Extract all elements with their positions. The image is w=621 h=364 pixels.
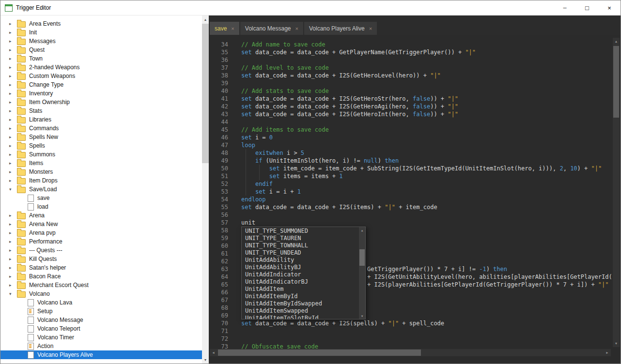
tree-item-stats[interactable]: ▸Stats <box>0 106 202 115</box>
expand-arrow-icon[interactable]: ▸ <box>9 135 17 139</box>
code-line[interactable]: 40// Add stats to save code <box>209 87 621 95</box>
tree-item-kill-quests[interactable]: ▸Kill Quests <box>0 255 202 263</box>
autocomplete-item-unit-type-tauren[interactable]: UNIT_TYPE_TAUREN <box>242 235 359 242</box>
expand-arrow-icon[interactable]: ▸ <box>9 143 17 148</box>
tree-item-commands[interactable]: ▸Commands <box>0 124 202 133</box>
expand-arrow-icon[interactable]: ▸ <box>9 257 17 261</box>
expand-arrow-icon[interactable]: ▸ <box>9 91 17 96</box>
tree-item-inventory[interactable]: ▸Inventory <box>0 89 202 98</box>
code-line[interactable]: 70set data_code = data_code + I2S(spells… <box>209 319 621 327</box>
expand-arrow-icon[interactable]: ▸ <box>9 152 17 157</box>
close-button[interactable]: × <box>598 0 621 15</box>
expand-arrow-icon[interactable]: ▸ <box>9 56 17 61</box>
tree-item-arena[interactable]: ▸Arena <box>0 211 202 220</box>
autocomplete-item-unitaddindicator[interactable]: UnitAddIndicator <box>242 271 359 278</box>
code-line[interactable]: 45// Add items to save code <box>209 126 621 134</box>
tab-close-icon[interactable]: × <box>295 26 298 31</box>
expand-arrow-icon[interactable]: ▸ <box>9 178 17 183</box>
tree-item-messages[interactable]: ▸Messages <box>0 37 202 46</box>
code-line[interactable]: 53 set i = i + 1 <box>209 188 621 196</box>
tree-item-change-type[interactable]: ▸Change Type <box>0 80 202 89</box>
code-line[interactable]: 50 set item_code = item_code + SubString… <box>209 165 621 172</box>
expand-arrow-icon[interactable]: ▸ <box>9 265 17 270</box>
tree-item-spells-new[interactable]: ▸Spells New <box>0 133 202 141</box>
autocomplete-item-unit-type-summoned[interactable]: UNIT_TYPE_SUMMONED <box>242 228 359 235</box>
tree-item-satan-s-helper[interactable]: ▸Satan's helper <box>0 263 202 272</box>
scroll-down-icon[interactable]: ▼ <box>359 313 365 319</box>
tree-item-arena-new[interactable]: ▸Arena New <box>0 220 202 228</box>
tree-item-setup[interactable]: Setup <box>0 307 202 316</box>
expand-arrow-icon[interactable]: ▸ <box>9 222 17 227</box>
expand-arrow-icon[interactable]: ▸ <box>9 82 17 87</box>
code-line[interactable]: 72 <box>209 335 621 343</box>
expand-arrow-icon[interactable]: ▸ <box>9 30 17 35</box>
collapse-arrow-icon[interactable]: ▾ <box>9 187 17 192</box>
expand-arrow-icon[interactable]: ▸ <box>9 161 17 166</box>
tree-item-bacon-race[interactable]: ▸Bacon Race <box>0 272 202 281</box>
tree-item-summons[interactable]: ▸Summons <box>0 150 202 159</box>
autocomplete-item-unitadditemswapped[interactable]: UnitAddItemSwapped <box>242 307 359 315</box>
code-line[interactable]: 54endloop <box>209 196 621 203</box>
editor-vertical-scrollbar[interactable]: ▲ ▼ <box>613 38 620 347</box>
autocomplete-item-unit-type-townhall[interactable]: UNIT_TYPE_TOWNHALL <box>242 242 359 249</box>
expand-arrow-icon[interactable]: ▸ <box>9 100 17 105</box>
autocomplete-scrollbar-thumb[interactable] <box>359 249 365 266</box>
code-line[interactable]: 35set data_code = data_code + GetPlayerN… <box>209 48 621 56</box>
maximize-button[interactable]: □ <box>576 0 598 15</box>
code-line[interactable]: 44 <box>209 118 621 126</box>
autocomplete-item-unitadditemtoslotbyid[interactable]: UnitAddItemToSlotById <box>242 315 359 319</box>
collapse-arrow-icon[interactable]: ▾ <box>9 291 17 296</box>
tab-save[interactable]: save× <box>210 22 239 35</box>
code-line[interactable]: 51 set items = items + 1 <box>209 172 621 180</box>
tree-item-town[interactable]: ▸Town <box>0 54 202 63</box>
expand-arrow-icon[interactable]: ▸ <box>9 248 17 253</box>
tree-item-items[interactable]: ▸Items <box>0 159 202 167</box>
scroll-up-icon[interactable]: ▲ <box>613 38 620 45</box>
minimize-button[interactable]: ─ <box>554 0 576 15</box>
code-line[interactable]: 43set data_code = data_code + I2S(GetHer… <box>209 110 621 118</box>
expand-arrow-icon[interactable]: ▸ <box>9 65 17 70</box>
tree-item-item-drops[interactable]: ▸Item Drops <box>0 176 202 185</box>
tree-item-volcano-message[interactable]: Volcano Message <box>0 316 202 324</box>
tree-item-action[interactable]: Action <box>0 342 202 350</box>
autocomplete-item-unitaddabilitybj[interactable]: UnitAddAbilityBJ <box>242 264 359 271</box>
sidebar-scrollbar-thumb[interactable] <box>202 24 209 163</box>
tree-item-performance[interactable]: ▸Performance <box>0 237 202 246</box>
tree-item-merchant-escort-quest[interactable]: ▸Merchant Escort Quest <box>0 281 202 289</box>
tree-item-load[interactable]: load <box>0 202 202 211</box>
code-line[interactable]: 36 <box>209 56 621 64</box>
tree-item-volcano-players-alive[interactable]: Volcano Players Alive <box>0 350 202 359</box>
expand-arrow-icon[interactable]: ▸ <box>9 126 17 131</box>
scroll-right-icon[interactable]: ► <box>604 349 611 356</box>
code-line[interactable]: 38set data_code = data_code + I2S(GetHer… <box>209 72 621 79</box>
tree-item-item-ownership[interactable]: ▸Item Ownership <box>0 98 202 106</box>
code-editor[interactable]: 34// Add name to save code35set data_cod… <box>209 35 621 364</box>
code-line[interactable]: 34// Add name to save code <box>209 41 621 48</box>
scroll-down-icon[interactable]: ▼ <box>613 340 620 347</box>
autocomplete-scrollbar[interactable]: ▲ ▼ <box>359 227 365 319</box>
code-line[interactable]: 57unit <box>209 219 621 227</box>
tree-item-volcano[interactable]: ▾Volcano <box>0 289 202 298</box>
code-line[interactable]: 56 <box>209 211 621 219</box>
scroll-left-icon[interactable]: ◄ <box>210 349 217 356</box>
expand-arrow-icon[interactable]: ▸ <box>9 213 17 218</box>
scroll-up-icon[interactable]: ▲ <box>202 15 209 23</box>
expand-arrow-icon[interactable]: ▸ <box>9 108 17 113</box>
expand-arrow-icon[interactable]: ▸ <box>9 39 17 44</box>
tree-item-spells[interactable]: ▸Spells <box>0 141 202 150</box>
editor-vscroll-thumb[interactable] <box>613 46 619 118</box>
editor-hscroll-thumb[interactable] <box>218 349 421 356</box>
tree-item-quest[interactable]: ▸Quest <box>0 46 202 54</box>
autocomplete-item-unitadditem[interactable]: UnitAddItem <box>242 286 359 293</box>
expand-arrow-icon[interactable]: ▸ <box>9 47 17 52</box>
expand-arrow-icon[interactable]: ▸ <box>9 74 17 78</box>
tree-item-2-handed-weapons[interactable]: ▸2-handed Weapons <box>0 63 202 72</box>
code-line[interactable]: 37// Add level to save code <box>209 64 621 72</box>
tab-close-icon[interactable]: × <box>369 26 372 31</box>
tree-item-volcano-timer[interactable]: Volcano Timer <box>0 333 202 342</box>
expand-arrow-icon[interactable]: ▸ <box>9 117 17 122</box>
code-line[interactable]: 41set data_code = data_code + I2S(GetHer… <box>209 95 621 103</box>
code-line[interactable]: 49 if (UnitItemInSlot(hero, i) != null) … <box>209 157 621 165</box>
autocomplete-item-unitadditembyid[interactable]: UnitAddItemById <box>242 293 359 300</box>
autocomplete-item-unit-type-undead[interactable]: UNIT_TYPE_UNDEAD <box>242 249 359 257</box>
